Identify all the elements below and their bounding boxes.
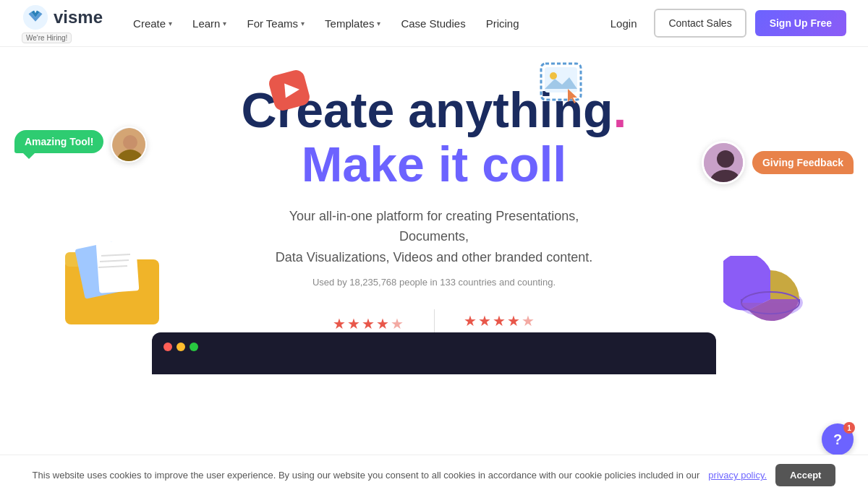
avatar-right bbox=[702, 141, 745, 184]
navbar: visme We're Hiring! Create ▾ Learn ▾ For… bbox=[0, 0, 868, 47]
visme-logo-icon bbox=[22, 4, 49, 31]
chevron-down-icon: ▾ bbox=[377, 20, 380, 27]
nav-item-pricing[interactable]: Pricing bbox=[477, 12, 528, 35]
folder-icon bbox=[58, 234, 174, 328]
hero-title-line2: Make it coll bbox=[242, 137, 627, 191]
g2-stars: ★★★★★ bbox=[464, 312, 536, 330]
svg-point-5 bbox=[550, 72, 557, 79]
hero-stats: Used by 18,235,768 people in 133 countri… bbox=[312, 277, 556, 288]
folder-decoration bbox=[58, 234, 174, 331]
browser-preview bbox=[152, 332, 716, 374]
capterra-stars: ★★★★★ bbox=[333, 315, 405, 332]
chevron-down-icon: ▾ bbox=[301, 20, 305, 27]
hero-subtitle: Your all-in-one platform for creating Pr… bbox=[260, 206, 608, 268]
nav-item-create[interactable]: Create ▾ bbox=[124, 12, 181, 35]
hiring-badge: We're Hiring! bbox=[22, 33, 72, 43]
signup-button[interactable]: Sign Up Free bbox=[755, 10, 846, 36]
avatar-left bbox=[111, 126, 147, 163]
nav-item-learn[interactable]: Learn ▾ bbox=[184, 12, 235, 35]
play-button-decoration bbox=[268, 69, 311, 115]
pie-chart-decoration bbox=[723, 256, 810, 338]
browser-dots bbox=[152, 332, 716, 361]
nav-right: Login Contact Sales Sign Up Free bbox=[602, 9, 846, 38]
chevron-down-icon: ▾ bbox=[169, 20, 172, 27]
help-notification-badge: 1 bbox=[843, 422, 855, 434]
chevron-down-icon: ▾ bbox=[223, 20, 226, 27]
giving-feedback-bubble: Giving Feedback bbox=[702, 141, 854, 184]
login-button[interactable]: Login bbox=[602, 12, 646, 35]
nav-item-templates[interactable]: Templates ▾ bbox=[316, 12, 389, 35]
accept-cookies-button[interactable]: Accept bbox=[775, 464, 835, 486]
amazing-tool-bubble: Amazing Tool! bbox=[14, 126, 147, 163]
svg-point-11 bbox=[717, 150, 734, 168]
help-icon: ? bbox=[833, 431, 842, 448]
nav-item-for-teams[interactable]: For Teams ▾ bbox=[238, 12, 313, 35]
contact-sales-button[interactable]: Contact Sales bbox=[654, 9, 746, 38]
pie-chart-icon bbox=[723, 256, 810, 335]
bubble-text-left: Amazing Tool! bbox=[14, 130, 103, 153]
dot-red bbox=[163, 343, 172, 351]
bubble-text-right: Giving Feedback bbox=[752, 151, 854, 174]
dot-green bbox=[190, 343, 198, 351]
help-button[interactable]: ? 1 bbox=[822, 423, 854, 455]
hero-section: Amazing Tool! Giving Feedback bbox=[0, 47, 868, 374]
logo-area: visme We're Hiring! bbox=[22, 4, 103, 43]
privacy-policy-link[interactable]: privacy policy. bbox=[708, 470, 767, 481]
cookie-bar: This website uses cookies to improve the… bbox=[0, 455, 868, 495]
nav-links: Create ▾ Learn ▾ For Teams ▾ Templates ▾… bbox=[124, 12, 602, 35]
svg-point-8 bbox=[123, 135, 137, 150]
image-frame-decoration bbox=[539, 61, 586, 111]
dot-yellow bbox=[176, 343, 185, 351]
play-icon bbox=[268, 69, 311, 112]
logo[interactable]: visme bbox=[22, 4, 103, 31]
logo-text: visme bbox=[54, 7, 103, 27]
cookie-text: This website uses cookies to improve the… bbox=[33, 470, 700, 481]
nav-item-case-studies[interactable]: Case Studies bbox=[392, 12, 474, 35]
image-icon bbox=[539, 61, 586, 108]
